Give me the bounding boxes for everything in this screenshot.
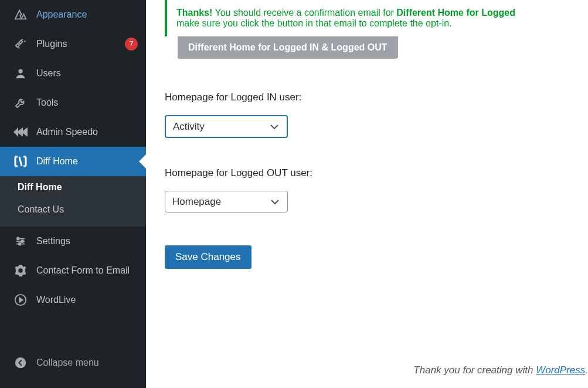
sidebar-item-wordlive[interactable]: WordLive: [0, 285, 146, 315]
collapse-menu-button[interactable]: Collapse menu: [0, 348, 146, 377]
svg-point-8: [15, 357, 26, 368]
sidebar-submenu: Diff Home Contact Us: [0, 176, 146, 227]
footer-credit: Thank you for creating with WordPress.: [413, 365, 588, 376]
logged-out-label: Homepage for Logged OUT user:: [165, 167, 588, 179]
svg-rect-5: [22, 240, 23, 242]
main-content: Thanks! You should receive a confirmatio…: [146, 0, 588, 388]
logged-out-select[interactable]: Homepage: [165, 191, 288, 212]
sidebar-item-contact-form[interactable]: Contact Form to Email: [0, 256, 146, 285]
sidebar-item-plugins[interactable]: Plugins 7: [0, 29, 146, 59]
sidebar-item-label: WordLive: [36, 295, 138, 305]
notice-text-after: make sure you click the button in that e…: [176, 18, 452, 28]
notice-text-before: You should receive a confirmation email …: [212, 8, 396, 18]
save-button[interactable]: Save Changes: [165, 245, 251, 269]
sidebar-item-label: Settings: [36, 236, 138, 247]
form-section-logged-out: Homepage for Logged OUT user: Homepage: [165, 167, 588, 212]
form-section-logged-in: Homepage for Logged IN user: Activity: [165, 92, 588, 138]
sidebar-item-label: Plugins: [36, 39, 121, 49]
footer-period: .: [585, 365, 588, 376]
notice-prefix: Thanks!: [176, 8, 212, 18]
tools-icon: [13, 95, 28, 110]
settings-icon: [13, 234, 28, 249]
svg-point-0: [18, 69, 22, 73]
sidebar-item-tools[interactable]: Tools: [0, 88, 146, 117]
sidebar-item-label: Contact Form to Email: [36, 265, 138, 276]
sidebar-item-appearance[interactable]: Appearance: [0, 0, 146, 29]
sidebar-item-label: Diff Home: [36, 156, 138, 167]
submenu-item-contact-us[interactable]: Contact Us: [0, 198, 146, 221]
tab-bar: Different Home for Logged IN & Logged OU…: [178, 36, 588, 59]
sidebar-item-label: Users: [36, 68, 138, 79]
notice-highlight: Different Home for Logged: [396, 8, 515, 18]
success-notice: Thanks! You should receive a confirmatio…: [165, 0, 588, 36]
logged-in-select[interactable]: Activity: [165, 115, 288, 138]
sidebar-item-admin-speedo[interactable]: Admin Speedo: [0, 117, 146, 147]
diffhome-icon: [13, 154, 28, 169]
admin-sidebar: Appearance Plugins 7 Users Tools Admin S…: [0, 0, 146, 388]
speedo-icon: [13, 124, 28, 140]
submenu-item-diff-home[interactable]: Diff Home: [0, 176, 146, 198]
users-icon: [13, 66, 28, 81]
sidebar-item-label: Appearance: [36, 9, 138, 20]
footer-text: Thank you for creating with: [413, 365, 536, 376]
play-icon: [13, 292, 28, 308]
sidebar-item-users[interactable]: Users: [0, 59, 146, 88]
footer-wordpress-link[interactable]: WordPress: [536, 365, 585, 376]
collapse-icon: [13, 355, 28, 370]
plugins-icon: [13, 36, 28, 52]
logged-in-label: Homepage for Logged IN user:: [165, 92, 588, 103]
plugins-update-badge: 7: [125, 38, 138, 50]
gear-icon: [13, 263, 28, 278]
appearance-icon: [13, 7, 28, 22]
sidebar-item-settings[interactable]: Settings: [0, 227, 146, 256]
sidebar-item-diff-home[interactable]: Diff Home: [0, 147, 146, 176]
sidebar-item-label: Admin Speedo: [36, 127, 138, 137]
sidebar-item-label: Tools: [36, 97, 138, 108]
svg-rect-6: [19, 243, 21, 245]
collapse-label: Collapse menu: [36, 357, 138, 368]
tab-different-home[interactable]: Different Home for Logged IN & Logged OU…: [178, 36, 398, 59]
svg-rect-4: [18, 238, 19, 240]
